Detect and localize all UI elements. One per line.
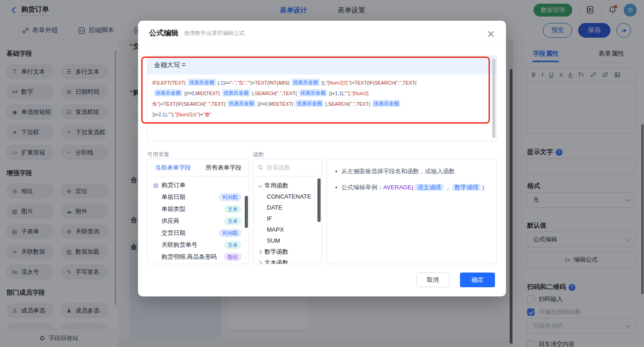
formula-code[interactable]: IF(LEFT(TEXT(优惠后金额),1)=="-","负","")+TEXT…	[148, 74, 496, 120]
field-chip: 优惠后金额	[227, 100, 255, 107]
formula-token: ABS	[278, 80, 288, 85]
cancel-button[interactable]: 取消	[416, 273, 449, 287]
formula-edit-modal: 公式编辑 使用数学运算符编辑公式 金额大写 = IF(LEFT(TEXT(优惠后…	[138, 21, 506, 296]
function-group[interactable]: 常用函数	[258, 180, 322, 191]
formula-token: SEARCH	[184, 101, 204, 107]
function-search[interactable]	[253, 159, 322, 176]
formula-token: (	[295, 91, 297, 96]
variables-label: 可用变量	[147, 151, 169, 159]
variable-field-name: 交货日期	[161, 229, 185, 237]
formula-token: )+	[350, 80, 355, 85]
function-item[interactable]: SUM	[258, 235, 322, 246]
variable-field-row[interactable]: 交货日期时间戳	[148, 227, 249, 239]
tip-line-2: 公式编辑举例：AVERAGE(语文成绩，数学成绩)	[335, 183, 488, 192]
function-group[interactable]: 文本函数	[258, 257, 322, 264]
formula-token: ""	[168, 112, 172, 117]
formula-token: "负"	[237, 80, 245, 85]
formula-token: )==	[223, 80, 230, 85]
function-item[interactable]: MAPX	[258, 224, 322, 235]
formula-token: TEXT	[279, 101, 292, 107]
formula-token: TEXT	[206, 91, 218, 96]
form-root-node[interactable]: ▤ 购货订单	[148, 179, 249, 191]
formula-token: TEXT	[355, 80, 367, 85]
field-type-badge: 数组	[224, 253, 242, 261]
formula-token: SEARCH	[374, 80, 395, 85]
example-field-chip: 语文成绩	[415, 184, 443, 191]
formula-token: MID	[196, 91, 204, 96]
formula-token: IF	[152, 80, 156, 85]
formula-token: "."	[205, 101, 210, 107]
formula-token: )+	[199, 112, 203, 117]
variables-tree: ▤ 购货订单 单据日期时间戳单据类型文本供应商文本交货日期时间戳关联购货单号文本…	[148, 176, 249, 263]
formula-token: "."	[350, 101, 355, 107]
formula-token: (	[224, 101, 226, 107]
variable-field-row[interactable]: 单据日期时间戳	[148, 191, 249, 203]
formula-token: (	[218, 91, 220, 96]
variables-scrollbar[interactable]	[245, 196, 248, 228]
formula-token: "[Num2]元"	[326, 80, 350, 85]
formula-token: 角"	[152, 101, 159, 107]
field-chip: 优惠后金额	[299, 89, 327, 97]
variable-field-row[interactable]: 购货明细.商品条形码数组	[148, 251, 249, 263]
bullet-dot	[335, 187, 337, 188]
field-type-badge: 文本	[224, 241, 242, 249]
functions-scrollbar[interactable]	[317, 178, 321, 222]
field-type-badge: 时间戳	[219, 193, 242, 201]
formula-token: ))+	[152, 112, 158, 117]
formula-token: TEXT	[356, 101, 369, 107]
chevron-right-icon	[258, 250, 262, 254]
field-chip: 优惠后金额	[222, 89, 250, 97]
variables-panel: 当前表单字段 所有表单字段 ▤ 购货订单 单据日期时间戳单据类型文本供应商文本交…	[147, 159, 249, 264]
formula-token: TEXT	[283, 91, 295, 96]
formula-token: IF	[178, 101, 182, 107]
close-icon[interactable]	[487, 30, 495, 38]
variable-field-name: 购货明细.商品条形码	[161, 253, 217, 261]
variable-field-row[interactable]: 单据类型文本	[148, 203, 249, 215]
formula-token: TEXT	[212, 101, 224, 107]
chevron-down-icon	[258, 183, 263, 188]
formula-token: TEXT	[163, 101, 176, 107]
formula-token: (	[184, 80, 186, 85]
variable-field-name: 关联购货单号	[161, 241, 197, 249]
functions-panel: 常用函数CONCATENATEDATEIFMAPXSUM数学函数文本函数	[253, 159, 322, 264]
search-input[interactable]	[266, 164, 317, 171]
field-chip: 优惠后金额	[292, 79, 320, 86]
field-type-badge: 时间戳	[219, 229, 242, 237]
variable-field-name: 单据日期	[161, 193, 185, 201]
variable-field-name: 供应商	[161, 217, 179, 225]
function-group[interactable]: 数学函数	[258, 246, 322, 257]
field-chip: 优惠后金额	[295, 100, 323, 107]
tab-all-form-fields[interactable]: 所有表单字段	[206, 164, 242, 172]
variable-field-name: 单据类型	[161, 205, 185, 213]
formula-token: (	[292, 101, 293, 107]
field-type-badge: 文本	[224, 205, 242, 213]
formula-token: (	[288, 80, 290, 85]
formula-token: INT	[269, 80, 276, 85]
formula-token: ))+	[329, 91, 335, 96]
function-item[interactable]: DATE	[258, 202, 322, 213]
example-field-chip: 数学成绩	[452, 184, 481, 191]
confirm-button[interactable]: 确定	[460, 273, 495, 287]
field-chip: 优惠后金额	[154, 89, 182, 97]
formula-token: ""	[345, 91, 348, 96]
formula-token: TEXT	[255, 80, 267, 85]
function-list: 常用函数CONCATENATEDATEIFMAPXSUM数学函数文本函数	[253, 176, 322, 264]
function-item[interactable]: IF	[258, 213, 322, 224]
formula-scrollbar[interactable]	[492, 58, 495, 138]
variable-field-row[interactable]: 关联购货单号文本	[148, 239, 249, 251]
formula-token: "[Num2]	[351, 91, 368, 96]
formula-token: "."	[397, 80, 401, 85]
search-icon	[258, 165, 263, 171]
tab-current-form-fields[interactable]: 当前表单字段	[155, 164, 191, 172]
formula-token: (	[415, 80, 417, 85]
formula-editor[interactable]: 金额大写 = IF(LEFT(TEXT(优惠后金额),1)=="-","负","…	[147, 56, 497, 142]
variable-field-row[interactable]: 供应商文本	[148, 215, 249, 227]
function-item[interactable]: CONCATENATE	[258, 191, 322, 202]
field-chip: 优惠后金额	[372, 100, 400, 107]
formula-token: "[Num2]分"	[175, 112, 199, 117]
chevron-right-icon	[258, 261, 262, 264]
formula-token: ""	[247, 80, 250, 85]
bullet-dot	[335, 171, 337, 172]
formula-token: "整"	[203, 112, 212, 117]
formula-token: SEARCH	[255, 91, 275, 96]
